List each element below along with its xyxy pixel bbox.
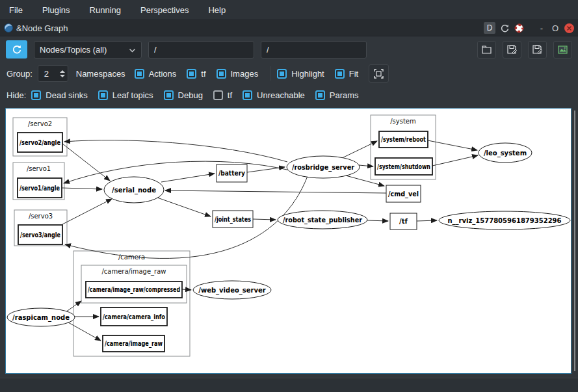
open-file-icon — [482, 46, 492, 54]
checkbox-fit[interactable] — [335, 69, 345, 79]
refresh-icon — [12, 44, 22, 55]
graph-type-value: Nodes/Topics (all) — [40, 45, 107, 55]
group-label: Group: — [7, 69, 33, 79]
checkbox-item-actions: Actions — [135, 69, 177, 79]
node-graph-canvas[interactable]: /servo2/servo1/servo3/system/camera/came… — [5, 108, 571, 374]
graph-edge-robot_state_publisher-to-tf — [367, 220, 388, 221]
graph-edge-rosbridge_server-to-servo2_angle — [64, 140, 287, 162]
checkbox-label-highlight: Highlight — [291, 69, 324, 79]
save-image-icon — [558, 46, 568, 54]
graph-edge-serial_node-to-battery — [161, 174, 215, 182]
fit-in-view-button[interactable] — [369, 64, 389, 83]
separator — [270, 66, 270, 81]
graph-node-label-camera_compressed: /camera/image_raw/compressed — [88, 286, 180, 294]
graph-node-label-web_video_server: /web_video_server — [198, 287, 266, 294]
save-image-button[interactable] — [553, 41, 572, 59]
vertical-scrollbar[interactable] — [574, 111, 575, 371]
checkbox-highlight[interactable] — [277, 69, 287, 79]
graph-node-label-rosbridge_server: /rosbridge_server — [292, 164, 354, 172]
graph-node-label-system_shutdown: /system/shutdown — [377, 163, 430, 170]
graph-cluster-label-servo2: /servo2 — [28, 120, 52, 127]
checkbox-label-debug: Debug — [178, 90, 203, 100]
graph-toolbar: Nodes/Topics (all) — [0, 36, 578, 62]
graph-node-label-camera_image_raw_topic: /camera/image_raw — [105, 340, 163, 348]
checkbox-tf[interactable] — [187, 69, 196, 79]
graph-edge-serial_node-to-joint_states — [157, 198, 211, 216]
graph-edge-rosbridge_server-to-servo1_angle — [64, 161, 290, 183]
graph-node-label-joint_states: /joint_states — [215, 216, 251, 224]
checkbox-images[interactable] — [217, 69, 226, 79]
namespaces-label: Namespaces — [76, 69, 125, 79]
graph-node-label-servo1_angle: /servo1/angle — [20, 185, 60, 192]
checkbox-actions[interactable] — [135, 69, 144, 79]
spin-down-icon[interactable] — [60, 75, 65, 77]
checkbox-item-leaf-topics: Leaf topics — [98, 90, 153, 100]
app-icon — [4, 23, 13, 33]
checkbox-item-fit: Fit — [335, 69, 358, 79]
checkbox-leaf-topics[interactable] — [98, 90, 108, 100]
graph-cluster-label-system: /system — [390, 118, 416, 125]
checkbox-label-unreachable: Unreachable — [257, 90, 305, 100]
checkbox-debug[interactable] — [164, 90, 174, 100]
checkbox-label-tf: tf — [201, 69, 205, 79]
close-button[interactable] — [564, 23, 574, 33]
dock-button[interactable]: D — [484, 22, 495, 34]
checkbox-label-dead-sinks: Dead sinks — [46, 90, 87, 100]
help-icon[interactable] — [514, 23, 524, 33]
checkbox-label-leaf-topics: Leaf topics — [112, 90, 153, 100]
dock-title-bar: &Node Graph D - O — [0, 20, 578, 36]
group-options-row: Group: 2 Namespaces ActionstfImages High… — [0, 62, 578, 85]
menu-perspectives[interactable]: Perspectives — [140, 5, 189, 15]
graph-node-label-serial_node: /serial_node — [112, 187, 156, 194]
hide-options-row: Hide: Dead sinksLeaf topicsDebugtfUnreac… — [0, 85, 578, 106]
topic-filter-input[interactable] — [261, 41, 367, 59]
graph-edge-battery-to-rosbridge_server — [247, 167, 285, 172]
checkbox-item-params: Params — [315, 90, 359, 100]
save-dot-icon — [507, 45, 517, 55]
spin-up-icon[interactable] — [60, 70, 65, 73]
menu-running[interactable]: Running — [90, 5, 121, 15]
graph-cluster-label-camera: /camera — [118, 254, 145, 261]
rqt-window: FilePluginsRunningPerspectivesHelp &Node… — [0, 0, 578, 392]
save-dot-button[interactable] — [503, 41, 521, 59]
graph-edge-servo2_angle-to-serial_node — [62, 144, 110, 181]
checkbox-item-tf: tf — [187, 69, 205, 79]
checkbox-tf[interactable] — [213, 90, 223, 100]
checkbox-params[interactable] — [315, 90, 325, 100]
graph-edge-servo1_angle-to-serial_node — [62, 188, 102, 189]
checkbox-item-tf: tf — [213, 90, 232, 100]
maximize-button[interactable]: O — [551, 23, 560, 33]
graph-node-label-robot_state_publisher: /robot_state_publisher — [283, 216, 362, 224]
menu-plugins[interactable]: Plugins — [42, 5, 70, 15]
graph-type-select[interactable]: Nodes/Topics (all) — [34, 41, 142, 59]
graph-cluster-label-camera_image_raw: /camera/image_raw — [101, 268, 166, 276]
graph-edge-rosbridge_server-to-system_reboot — [339, 141, 377, 159]
checkbox-label-images: Images — [231, 69, 259, 79]
graph-cluster-label-servo3: /servo3 — [29, 213, 53, 220]
checkbox-dead-sinks[interactable] — [31, 90, 41, 100]
checkbox-unreachable[interactable] — [243, 90, 252, 100]
load-dot-button[interactable] — [477, 41, 496, 59]
combo-chevron-icon — [129, 48, 136, 53]
save-as-icon — [532, 45, 542, 55]
checkbox-item-unreachable: Unreachable — [243, 90, 305, 100]
checkbox-item-debug: Debug — [164, 90, 203, 100]
checkbox-label-tf: tf — [228, 90, 232, 100]
menu-help[interactable]: Help — [208, 5, 226, 15]
graph-node-label-system_reboot: /system/reboot — [381, 136, 426, 143]
graph-edge-rosbridge_server-to-cmd_vel — [343, 175, 384, 186]
checkbox-item-images: Images — [217, 69, 259, 79]
save-svg-button[interactable] — [528, 41, 547, 59]
minimize-button[interactable]: - — [537, 23, 546, 33]
refresh-graph-button[interactable] — [6, 40, 27, 59]
graph-cluster-label-servo1: /servo1 — [27, 165, 51, 172]
reload-plugin-icon[interactable] — [500, 23, 510, 33]
node-filter-input[interactable] — [148, 41, 254, 59]
graph-node-label-camera_info: /camera/camera_info — [103, 313, 165, 321]
close-icon — [566, 25, 572, 31]
checkbox-item-highlight: Highlight — [277, 69, 324, 79]
menu-file[interactable]: File — [9, 5, 23, 15]
graph-edge-joint_states-to-robot_state_publisher — [253, 219, 276, 220]
group-spinbox[interactable]: 2 — [38, 65, 68, 82]
graph-edge-rosbridge_server-to-system_shutdown — [359, 165, 373, 166]
